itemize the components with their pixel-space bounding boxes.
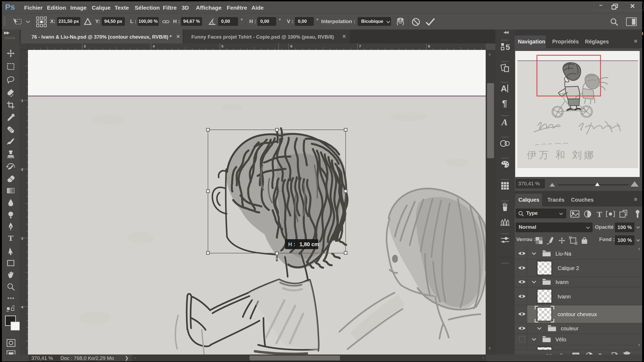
svg-text:Liu-Na: Liu-Na — [555, 251, 572, 257]
svg-text:T: T — [8, 234, 13, 242]
svg-text:Ivann: Ivann — [555, 279, 569, 285]
svg-text:H :: H : — [288, 241, 295, 247]
svg-text:T: T — [597, 210, 602, 219]
svg-text:contour cheveux: contour cheveux — [558, 311, 597, 317]
svg-text:¶: ¶ — [502, 98, 507, 108]
svg-text:A: A — [501, 117, 508, 127]
svg-text:Calque 2: Calque 2 — [558, 265, 579, 271]
svg-text:伊万 和 刘娜: 伊万 和 刘娜 — [527, 149, 596, 160]
svg-text:couleur: couleur — [561, 326, 579, 331]
svg-text:Ivann: Ivann — [558, 294, 571, 300]
svg-text:1,80 cm: 1,80 cm — [299, 241, 319, 247]
svg-text:A: A — [501, 84, 507, 93]
svg-text:Vélo: Vélo — [555, 337, 566, 342]
svg-text:5: 5 — [506, 43, 510, 51]
